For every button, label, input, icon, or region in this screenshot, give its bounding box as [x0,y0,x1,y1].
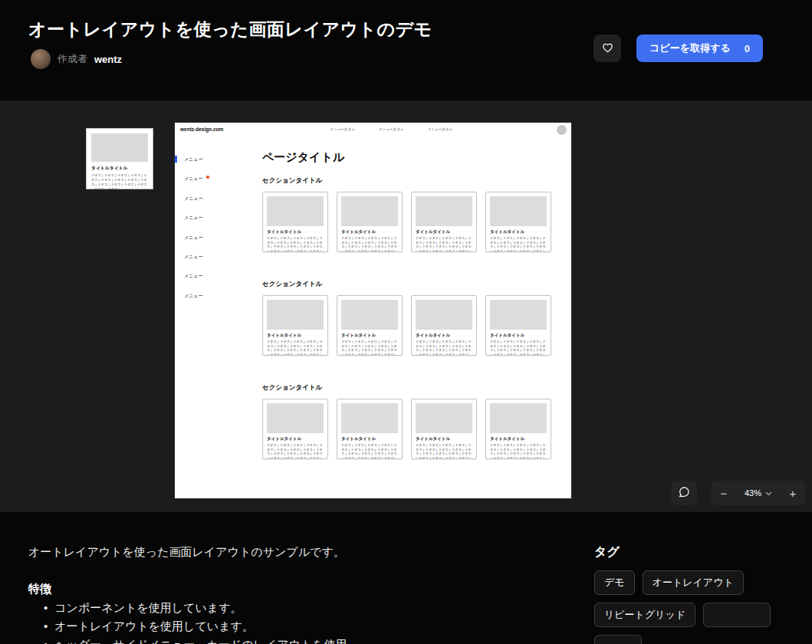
card-title: タイトルタイトル [341,436,398,442]
card-image-placeholder [490,403,547,433]
frame-sidebar: メニュー メニュー メニュー メニュー メニュー メニュー メニュー メニュー [184,156,202,300]
file-description: オートレイアウトを使った画面レイアウトのサンプルです。 [28,545,345,560]
preview-card: タイトルタイトルテキストテキストテキストテキストテキストテキストテキストテキスト… [262,399,328,459]
section-title: セクションタイトル [262,280,322,289]
sidebar-item-label: メニュー [184,274,202,278]
sidebar-menu-item: メニュー [184,293,202,300]
card-image-placeholder [490,300,547,330]
preview-card: タイトルタイトルテキストテキストテキストテキストテキストテキストテキストテキスト… [485,399,551,459]
preview-card: タイトルタイトルテキストテキストテキストテキストテキストテキストテキストテキスト… [337,399,403,459]
nav-menu-button: メニューボタン [428,127,453,131]
card-body: テキストテキストテキストテキストテキストテキストテキストテキストテキストテキスト… [341,443,398,458]
card-body: テキストテキストテキストテキストテキストテキストテキストテキストテキストテキスト… [490,443,547,458]
card-image-placeholder [341,196,398,226]
chevron-down-icon [765,488,772,498]
card-title: タイトルタイトル [416,333,472,338]
sidebar-menu-item: メニュー [184,273,202,280]
card-title: タイトルタイトル [490,436,547,442]
preview-card: タイトルタイトルテキストテキストテキストテキストテキストテキストテキストテキスト… [337,295,403,356]
preview-card: タイトルタイトルテキストテキストテキストテキストテキストテキストテキストテキスト… [485,295,551,356]
sidebar-item-label: メニュー [184,255,202,259]
card-body: テキストテキストテキストテキストテキストテキストテキストテキストテキストテキスト… [490,340,547,355]
preview-card: タイトルタイトルテキストテキストテキストテキストテキストテキストテキストテキスト… [411,295,477,356]
cards-row: タイトルタイトルテキストテキストテキストテキストテキストテキストテキストテキスト… [262,399,551,459]
active-menu-indicator [175,156,177,163]
feature-item: コンポーネントを使用しています。 [44,599,347,617]
file-title: オートレイアウトを使った画面レイアウトのデモ [28,18,432,41]
sidebar-item-label: メニュー [184,215,202,220]
card-image-placeholder [267,196,324,226]
card-image-placeholder [267,300,324,330]
card-image-placeholder [267,403,324,433]
nav-menu-button: メニューボタン [379,127,404,131]
card-image-placeholder [490,196,547,226]
preview-card: タイトルタイトルテキストテキストテキストテキストテキストテキストテキストテキスト… [262,295,328,356]
card-body: テキストテキストテキストテキストテキストテキストテキストテキストテキストテキスト… [416,443,472,458]
sidebar-menu-item: メニュー [184,156,202,163]
features-heading: 特徴 [28,582,51,596]
like-button[interactable] [593,34,621,62]
frame-nav: メニューボタン メニューボタン メニューボタン [330,127,452,131]
card-title: タイトルタイトル [490,333,547,338]
card-body: テキストテキストテキストテキストテキストテキストテキストテキストテキストテキスト… [416,340,472,355]
card-title: タイトルタイトル [267,436,324,442]
frame-avatar-circle [557,125,567,135]
card-image-placeholder [341,403,398,433]
get-copy-button[interactable]: コピーを取得する 0 [636,34,763,62]
preview-card: タイトルタイトルテキストテキストテキストテキストテキストテキストテキストテキスト… [411,192,477,252]
sidebar-menu-item: メニュー [184,176,202,182]
card-title: タイトルタイトル [416,436,472,442]
card-title: タイトルタイトル [341,333,398,338]
sidebar-item-label: メニュー [184,196,202,201]
zoom-out-button[interactable]: − [714,483,734,503]
file-description-section: オートレイアウトを使った画面レイアウトのサンプルです。 特徴 コンポーネントを使… [0,512,812,644]
sidebar-item-label: メニュー [184,294,202,298]
author-avatar[interactable] [31,49,51,69]
header-actions: コピーを取得する 0 [593,34,763,62]
section-title: セクションタイトル [262,383,322,393]
nav-menu-button: メニューボタン [330,127,355,131]
card-image-placeholder [416,300,472,330]
card-body: テキストテキストテキストテキストテキストテキストテキストテキストテキストテキスト… [267,340,324,355]
zoom-level-dropdown[interactable]: 43% [745,488,772,498]
comment-button[interactable] [671,481,697,505]
preview-card: タイトルタイトルテキストテキストテキストテキストテキストテキストテキストテキスト… [411,399,477,459]
tag-chip-partial[interactable] [703,603,771,627]
tag-chip-partial[interactable] [594,635,642,644]
feature-item: オートレイアウトを使用しています。 [44,617,347,636]
card-title: タイトルタイトル [267,333,324,338]
frame-page-title: ページタイトル [262,150,344,165]
card-body: テキストテキストテキストテキストテキストテキストテキストテキストテキストテキスト… [267,443,324,458]
author-name[interactable]: wentz [94,54,122,65]
card-image-placeholder [91,133,148,162]
tag-chip[interactable]: リピートグリッド [594,603,695,627]
card-body: テキストテキストテキストテキストテキストテキストテキストテキストテキストテキスト… [341,340,398,355]
site-logo: wentz-design.com [180,127,223,132]
figma-community-file-page: オートレイアウトを使った画面レイアウトのデモ 作成者 wentz コピーを取得す… [0,0,812,644]
card-image-placeholder [416,403,472,433]
card-body: テキストテキストテキストテキストテキストテキストテキストテキストテキストテキスト… [416,236,472,251]
floating-card-component[interactable]: タイトルタイトル テキストテキストテキストテキストテキストテキストテキストテキス… [86,128,153,189]
zoom-in-button[interactable]: + [783,483,803,503]
card-body: テキストテキストテキストテキストテキストテキストテキストテキストテキストテキスト… [490,236,547,251]
zoom-controls: − 43% + [711,481,806,505]
sidebar-item-label: メニュー [184,157,202,162]
sidebar-menu-item: メニュー [184,235,202,242]
zoom-level-value: 43% [745,488,761,498]
design-frame[interactable]: wentz-design.com メニューボタン メニューボタン メニューボタン… [175,123,571,498]
preview-card: タイトルタイトルテキストテキストテキストテキストテキストテキストテキストテキスト… [337,192,403,252]
file-header: オートレイアウトを使った画面レイアウトのデモ 作成者 wentz コピーを取得す… [0,0,812,100]
tag-chip[interactable]: オートレイアウト [643,570,744,595]
sidebar-menu-item: メニュー [184,196,202,202]
sidebar-item-label: メニュー [184,235,202,240]
tags-heading: タグ [594,544,620,560]
card-title: タイトルタイトル [341,229,398,235]
card-body: テキストテキストテキストテキストテキストテキストテキストテキストテキストテキスト… [341,236,398,251]
preview-canvas[interactable]: タイトルタイトル テキストテキストテキストテキストテキストテキストテキストテキス… [0,100,812,512]
tag-chip[interactable]: デモ [594,570,635,595]
card-title: タイトルタイトル [91,165,148,172]
card-title: タイトルタイトル [416,229,472,235]
heart-icon [601,41,614,56]
card-title: タイトルタイトル [267,229,324,235]
feature-item: ヘッダー、サイドメニュー、カードのレイアウトを使用 [44,636,347,644]
